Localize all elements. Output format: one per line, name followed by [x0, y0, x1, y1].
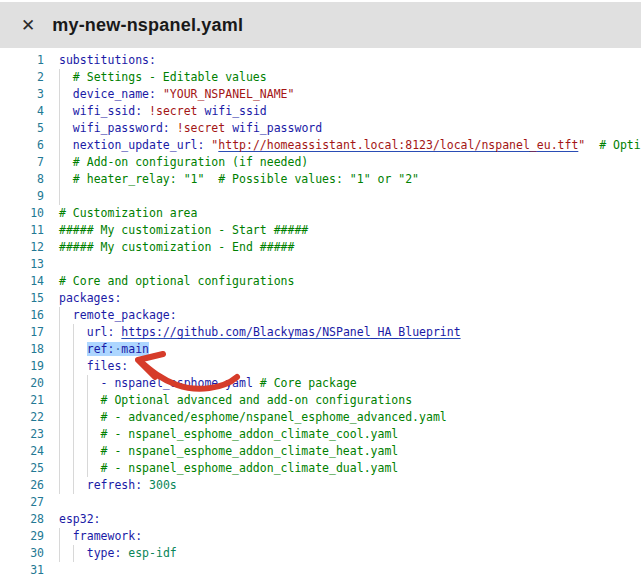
- code-text: type: esp-idf: [59, 545, 177, 562]
- indent-guide: [59, 307, 60, 324]
- line-number: 26: [0, 477, 44, 494]
- code-line[interactable]: 8 # heater_relay: "1" # Possible values:…: [0, 171, 641, 188]
- code-line[interactable]: 1substitutions:: [0, 52, 641, 69]
- code-token: refresh:: [87, 478, 142, 492]
- code-token: "YOUR_NSPANEL_NAME": [163, 87, 295, 101]
- indent-guide: [73, 341, 74, 358]
- code-text: # Optional advanced and add-on configura…: [59, 392, 412, 409]
- indent-guide: [59, 392, 60, 409]
- indent-guide: [59, 171, 60, 188]
- code-line[interactable]: 6 nextion_update_url: "http://homeassist…: [0, 137, 641, 154]
- code-text: # - nspanel_esphome_addon_climate_heat.y…: [59, 443, 398, 460]
- code-token: wifi_password:: [73, 121, 170, 135]
- code-line[interactable]: 11##### My customization - Start #####: [0, 222, 641, 239]
- code-editor[interactable]: 1substitutions:2 # Settings - Editable v…: [0, 48, 641, 576]
- code-text: remote_package:: [59, 307, 177, 324]
- indent-guide: [73, 324, 74, 341]
- indent-guide: [59, 477, 60, 494]
- code-line[interactable]: 12##### My customization - End #####: [0, 239, 641, 256]
- file-title: my-new-nspanel.yaml: [52, 15, 243, 36]
- code-line[interactable]: 2 # Settings - Editable values: [0, 69, 641, 86]
- indent-guide: [73, 460, 74, 477]
- code-token: # - nspanel_esphome_addon_climate_cool.y…: [101, 427, 399, 441]
- code-text: device_name: "YOUR_NSPANEL_NAME": [59, 86, 294, 103]
- code-line[interactable]: 26 refresh: 300s: [0, 477, 641, 494]
- code-text: refresh: 300s: [59, 477, 177, 494]
- code-text: # Settings - Editable values: [59, 69, 267, 86]
- line-number: 1: [0, 52, 44, 69]
- code-line[interactable]: 14# Core and optional configurations: [0, 273, 641, 290]
- code-line[interactable]: 7 # Add-on configuration (if needed): [0, 154, 641, 171]
- code-text: nextion_update_url: "http://homeassistan…: [59, 137, 641, 154]
- code-token: 300s: [149, 478, 177, 492]
- code-line[interactable]: 22 # - advanced/esphome/nspanel_esphome_…: [0, 409, 641, 426]
- code-line[interactable]: 9: [0, 188, 641, 205]
- code-token: # Settings - Editable values: [73, 70, 267, 84]
- code-text: url: https://github.com/Blackymas/NSPane…: [59, 324, 461, 341]
- code-line[interactable]: 29 framework:: [0, 528, 641, 545]
- code-text: # - advanced/esphome/nspanel_esphome_adv…: [59, 409, 447, 426]
- line-number: 22: [0, 409, 44, 426]
- code-text: ##### My customization - Start #####: [59, 222, 308, 239]
- indent-guide: [59, 409, 60, 426]
- code-text: packages:: [59, 290, 121, 307]
- code-line[interactable]: 4 wifi_ssid: !secret wifi_ssid: [0, 103, 641, 120]
- code-line[interactable]: 15packages:: [0, 290, 641, 307]
- code-token: # - nspanel_esphome_addon_climate_dual.y…: [101, 461, 399, 475]
- code-line[interactable]: 24 # - nspanel_esphome_addon_climate_hea…: [0, 443, 641, 460]
- line-number: 12: [0, 239, 44, 256]
- code-token: [142, 478, 149, 492]
- code-token: [585, 138, 599, 152]
- code-line[interactable]: 18 ref:·main: [0, 341, 641, 358]
- code-token: nextion_update_url:: [73, 138, 205, 152]
- code-line[interactable]: 21 # Optional advanced and add-on config…: [0, 392, 641, 409]
- line-number: 6: [0, 137, 44, 154]
- code-line[interactable]: 3 device_name: "YOUR_NSPANEL_NAME": [0, 86, 641, 103]
- line-number: 30: [0, 545, 44, 562]
- line-number: 9: [0, 188, 44, 205]
- code-line[interactable]: 23 # - nspanel_esphome_addon_climate_coo…: [0, 426, 641, 443]
- indent-guide: [59, 86, 60, 103]
- code-line[interactable]: 25 # - nspanel_esphome_addon_climate_dua…: [0, 460, 641, 477]
- code-line[interactable]: 27: [0, 494, 641, 511]
- line-number: 2: [0, 69, 44, 86]
- code-token: # Opti: [599, 138, 641, 152]
- code-line[interactable]: 20 - nspanel_esphome.yaml # Core package: [0, 375, 641, 392]
- indent-guide: [59, 545, 60, 562]
- code-line[interactable]: 19 files:: [0, 358, 641, 375]
- selected-token: ref:: [87, 342, 115, 356]
- line-number: 27: [0, 494, 44, 511]
- indent-guide: [59, 324, 60, 341]
- code-token: wifi_ssid:: [73, 104, 142, 118]
- indent-guide: [59, 69, 60, 86]
- indent-guide: [73, 392, 74, 409]
- indent-guide: [59, 103, 60, 120]
- line-number: 29: [0, 528, 44, 545]
- line-number: 7: [0, 154, 44, 171]
- line-number: 16: [0, 307, 44, 324]
- line-number: 14: [0, 273, 44, 290]
- code-line[interactable]: 28esp32:: [0, 511, 641, 528]
- close-icon[interactable]: ✕: [21, 17, 35, 34]
- code-token: files:: [87, 359, 129, 373]
- code-token: esp-idf: [128, 546, 176, 560]
- code-text: files:: [59, 358, 128, 375]
- indent-guide: [87, 409, 88, 426]
- code-line[interactable]: 13: [0, 256, 641, 273]
- code-token: device_name:: [73, 87, 156, 101]
- line-number: 21: [0, 392, 44, 409]
- indent-guide: [87, 443, 88, 460]
- indent-guide: [59, 443, 60, 460]
- code-line[interactable]: 30 type: esp-idf: [0, 545, 641, 562]
- indent-guide: [87, 375, 88, 392]
- code-line[interactable]: 5 wifi_password: !secret wifi_password: [0, 120, 641, 137]
- line-number: 4: [0, 103, 44, 120]
- code-line[interactable]: 10# Customization area: [0, 205, 641, 222]
- code-line[interactable]: 16 remote_package:: [0, 307, 641, 324]
- code-line[interactable]: 17 url: https://github.com/Blackymas/NSP…: [0, 324, 641, 341]
- line-number: 10: [0, 205, 44, 222]
- indent-guide: [73, 375, 74, 392]
- code-line[interactable]: 31: [0, 562, 641, 576]
- indent-guide: [59, 188, 60, 205]
- code-token: remote_package:: [73, 308, 177, 322]
